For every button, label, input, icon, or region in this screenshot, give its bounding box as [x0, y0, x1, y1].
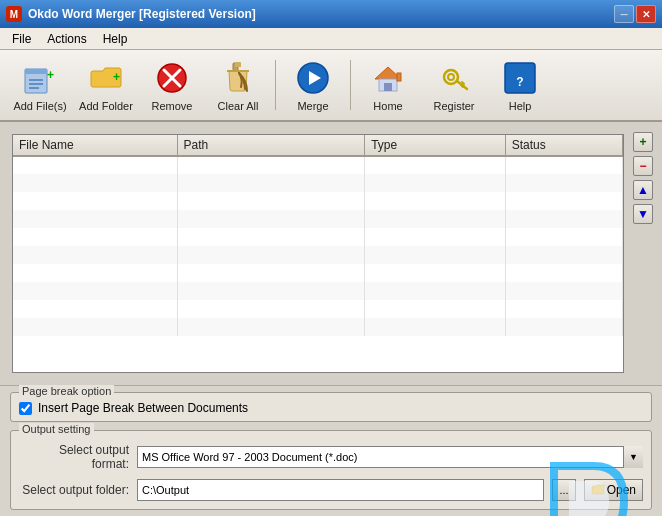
add-folder-button[interactable]: + Add Folder — [74, 53, 138, 117]
menu-actions[interactable]: Actions — [39, 30, 94, 48]
svg-rect-1 — [25, 69, 47, 74]
col-type: Type — [365, 135, 506, 156]
merge-icon — [293, 58, 333, 98]
register-label: Register — [434, 100, 475, 112]
format-select-wrapper: MS Office Word 97 - 2003 Document (*.doc… — [137, 446, 643, 468]
add-file-icon: + — [20, 58, 60, 98]
page-break-section: Page break option Insert Page Break Betw… — [10, 392, 652, 422]
add-folder-icon: + — [86, 58, 126, 98]
remove-label: Remove — [152, 100, 193, 112]
svg-rect-5 — [29, 87, 39, 89]
table-row — [13, 246, 623, 264]
minimize-button[interactable]: ─ — [614, 5, 634, 23]
format-row: Select output format: MS Office Word 97 … — [19, 443, 643, 471]
format-select[interactable]: MS Office Word 97 - 2003 Document (*.doc… — [137, 446, 643, 468]
clear-all-button[interactable]: Clear All — [206, 53, 270, 117]
merge-label: Merge — [297, 100, 328, 112]
file-table-body — [13, 156, 623, 336]
svg-line-22 — [462, 82, 464, 84]
folder-label: Select output folder: — [19, 483, 129, 497]
checkbox-row: Insert Page Break Between Documents — [19, 401, 643, 415]
table-row — [13, 210, 623, 228]
merge-button[interactable]: Merge — [281, 53, 345, 117]
svg-point-19 — [448, 74, 454, 80]
table-row — [13, 318, 623, 336]
help-label: Help — [509, 100, 532, 112]
browse-button[interactable]: ... — [552, 479, 575, 501]
file-table-container: File Name Path Type Status — [12, 134, 624, 373]
add-files-label: Add File(s) — [13, 100, 66, 112]
close-button[interactable]: ✕ — [636, 5, 656, 23]
toolbar: + Add File(s) + Add Folder Remove — [0, 50, 662, 122]
add-files-button[interactable]: + Add File(s) — [8, 53, 72, 117]
menu-bar: File Actions Help — [0, 28, 662, 50]
home-label: Home — [373, 100, 402, 112]
table-row — [13, 282, 623, 300]
menu-help[interactable]: Help — [95, 30, 136, 48]
side-remove-button[interactable]: − — [633, 156, 653, 176]
col-filename: File Name — [13, 135, 177, 156]
output-section: Output setting Select output format: MS … — [10, 430, 652, 510]
svg-rect-4 — [29, 83, 43, 85]
app-icon: M — [6, 6, 22, 22]
svg-rect-3 — [29, 79, 43, 81]
table-row — [13, 228, 623, 246]
svg-line-21 — [461, 85, 463, 87]
file-table: File Name Path Type Status — [13, 135, 623, 336]
svg-rect-16 — [384, 83, 392, 91]
svg-text:+: + — [113, 70, 120, 84]
toolbar-separator-1 — [275, 60, 276, 110]
side-down-button[interactable]: ▼ — [633, 204, 653, 224]
col-path: Path — [177, 135, 365, 156]
page-break-checkbox[interactable] — [19, 402, 32, 415]
svg-text:?: ? — [516, 75, 523, 89]
open-folder-icon — [591, 483, 605, 497]
page-break-title: Page break option — [19, 385, 114, 397]
window-controls: ─ ✕ — [614, 5, 656, 23]
help-icon: ? — [500, 58, 540, 98]
open-label: Open — [607, 483, 636, 497]
open-button[interactable]: Open — [584, 479, 643, 501]
table-row — [13, 264, 623, 282]
home-button[interactable]: Home — [356, 53, 420, 117]
table-row — [13, 300, 623, 318]
side-add-button[interactable]: + — [633, 132, 653, 152]
home-icon — [368, 58, 408, 98]
help-button[interactable]: ? Help — [488, 53, 552, 117]
table-row — [13, 192, 623, 210]
bottom-area: Page break option Insert Page Break Betw… — [0, 385, 662, 516]
clear-icon — [218, 58, 258, 98]
menu-file[interactable]: File — [4, 30, 39, 48]
side-buttons-panel: + − ▲ ▼ — [630, 128, 656, 379]
table-section: File Name Path Type Status — [6, 128, 656, 379]
main-layout: File Name Path Type Status — [0, 122, 662, 516]
col-status: Status — [505, 135, 622, 156]
side-up-button[interactable]: ▲ — [633, 180, 653, 200]
remove-icon — [152, 58, 192, 98]
folder-input[interactable] — [137, 479, 544, 501]
svg-point-18 — [444, 70, 458, 84]
svg-rect-17 — [397, 73, 401, 81]
register-button[interactable]: Register — [422, 53, 486, 117]
remove-button[interactable]: Remove — [140, 53, 204, 117]
table-row — [13, 174, 623, 192]
table-header-row: File Name Path Type Status — [13, 135, 623, 156]
table-row — [13, 156, 623, 174]
add-folder-label: Add Folder — [79, 100, 133, 112]
output-title: Output setting — [19, 423, 94, 435]
clear-all-label: Clear All — [218, 100, 259, 112]
title-text: Okdo Word Merger [Registered Version] — [28, 7, 614, 21]
format-label: Select output format: — [19, 443, 129, 471]
toolbar-separator-2 — [350, 60, 351, 110]
folder-row: Select output folder: ... Open — [19, 479, 643, 501]
title-bar: M Okdo Word Merger [Registered Version] … — [0, 0, 662, 28]
register-icon — [434, 58, 474, 98]
page-break-label: Insert Page Break Between Documents — [38, 401, 248, 415]
svg-text:+: + — [47, 68, 54, 82]
